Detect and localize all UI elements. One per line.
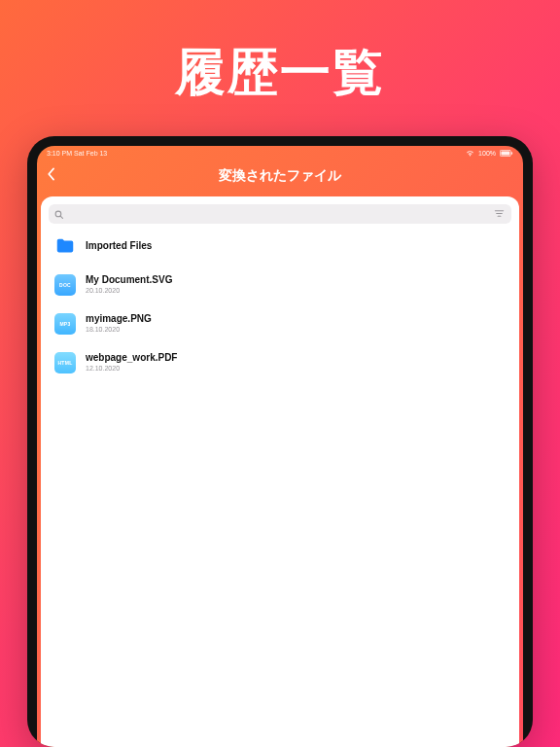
- list-item-folder[interactable]: Imported Files: [54, 235, 506, 257]
- wifi-icon: [466, 150, 474, 157]
- item-text: myimage.PNG 18.10.2020: [86, 313, 152, 334]
- list-item[interactable]: HTML webpage_work.PDF 12.10.2020: [54, 352, 506, 374]
- item-title: myimage.PNG: [86, 313, 152, 325]
- filter-button[interactable]: [490, 205, 508, 223]
- item-title: webpage_work.PDF: [86, 352, 177, 364]
- tablet-frame: 3:10 PM Sat Feb 13 100% 変換されたファイル: [27, 136, 533, 747]
- item-date: 18.10.2020: [86, 326, 152, 334]
- search-bar[interactable]: [49, 204, 511, 224]
- file-badge: MP3: [59, 321, 70, 327]
- item-date: 20.10.2020: [86, 287, 172, 295]
- search-icon: [54, 210, 63, 219]
- status-right: 100%: [466, 150, 513, 157]
- back-button[interactable]: [45, 167, 58, 185]
- nav-bar: 変換されたファイル: [37, 160, 523, 193]
- file-badge: DOC: [59, 282, 71, 288]
- list-item[interactable]: MP3 myimage.PNG 18.10.2020: [54, 313, 506, 335]
- file-doc-icon: DOC: [54, 274, 76, 296]
- status-time: 3:10 PM Sat Feb 13: [47, 150, 107, 157]
- file-mp3-icon: MP3: [54, 313, 76, 335]
- status-bar: 3:10 PM Sat Feb 13 100%: [37, 146, 523, 160]
- item-title: My Document.SVG: [86, 274, 172, 286]
- tablet-screen: 3:10 PM Sat Feb 13 100% 変換されたファイル: [37, 146, 523, 747]
- search-input[interactable]: [63, 209, 506, 219]
- item-text: My Document.SVG 20.10.2020: [86, 274, 172, 295]
- battery-icon: [500, 150, 513, 157]
- item-title: Imported Files: [86, 240, 152, 252]
- item-text: webpage_work.PDF 12.10.2020: [86, 352, 177, 373]
- list-item[interactable]: DOC My Document.SVG 20.10.2020: [54, 274, 506, 296]
- content-card: Imported Files DOC My Document.SVG 20.10…: [41, 196, 519, 747]
- file-list: Imported Files DOC My Document.SVG 20.10…: [41, 228, 519, 381]
- chevron-left-icon: [45, 167, 58, 185]
- svg-rect-2: [511, 152, 512, 155]
- item-text: Imported Files: [86, 240, 152, 252]
- svg-rect-1: [501, 151, 509, 155]
- nav-title: 変換されたファイル: [219, 167, 341, 185]
- folder-icon: [54, 235, 76, 257]
- item-date: 12.10.2020: [86, 365, 177, 373]
- filter-icon: [494, 205, 505, 223]
- file-html-icon: HTML: [54, 352, 76, 374]
- hero-title: 履歴一覧: [175, 39, 385, 107]
- status-battery-pct: 100%: [478, 150, 496, 157]
- file-badge: HTML: [57, 360, 72, 366]
